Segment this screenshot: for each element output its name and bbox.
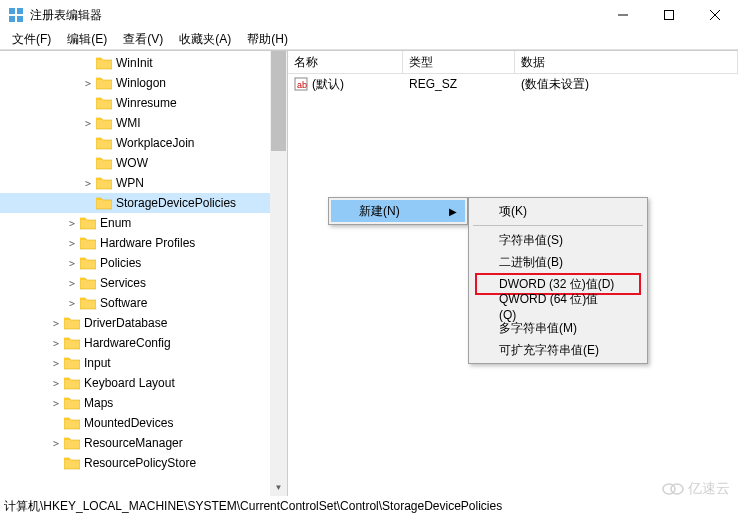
menu-file[interactable]: 文件(F) bbox=[4, 29, 59, 50]
tree-expander-icon[interactable]: > bbox=[48, 398, 64, 409]
tree-item-label: WPN bbox=[116, 176, 144, 190]
folder-icon bbox=[64, 376, 80, 390]
tree-item[interactable]: >Software bbox=[0, 293, 287, 313]
tree-item[interactable]: >Maps bbox=[0, 393, 287, 413]
regedit-app-icon bbox=[8, 7, 24, 23]
tree-expander-icon[interactable]: > bbox=[80, 78, 96, 89]
tree-item[interactable]: >WPN bbox=[0, 173, 287, 193]
tree-item-label: ResourceManager bbox=[84, 436, 183, 450]
string-value-icon: ab bbox=[294, 77, 308, 91]
tree-item[interactable]: WorkplaceJoin bbox=[0, 133, 287, 153]
tree-expander-icon[interactable]: > bbox=[80, 118, 96, 129]
tree-item[interactable]: >Hardware Profiles bbox=[0, 233, 287, 253]
tree-item-label: Policies bbox=[100, 256, 141, 270]
context-item-label: 项(K) bbox=[499, 203, 527, 220]
menu-edit[interactable]: 编辑(E) bbox=[59, 29, 115, 50]
scroll-down-icon[interactable]: ▼ bbox=[270, 479, 287, 496]
svg-rect-3 bbox=[17, 16, 23, 22]
tree-item[interactable]: StorageDevicePolicies bbox=[0, 193, 287, 213]
tree-item-label: Services bbox=[100, 276, 146, 290]
tree-scrollbar[interactable]: ▲ ▼ bbox=[270, 51, 287, 496]
list-body[interactable]: ab(默认)REG_SZ(数值未设置) bbox=[288, 74, 738, 94]
svg-rect-5 bbox=[665, 11, 674, 20]
menu-view[interactable]: 查看(V) bbox=[115, 29, 171, 50]
tree-item[interactable]: >Enum bbox=[0, 213, 287, 233]
tree-item[interactable]: >DriverDatabase bbox=[0, 313, 287, 333]
maximize-button[interactable] bbox=[646, 0, 692, 30]
tree-item[interactable]: >Services bbox=[0, 273, 287, 293]
cell-type: REG_SZ bbox=[403, 77, 515, 91]
submenu-arrow-icon: ▶ bbox=[449, 206, 457, 217]
folder-icon bbox=[64, 396, 80, 410]
tree-expander-icon[interactable]: > bbox=[64, 298, 80, 309]
folder-icon bbox=[96, 156, 112, 170]
menu-help[interactable]: 帮助(H) bbox=[239, 29, 296, 50]
folder-icon bbox=[96, 136, 112, 150]
menubar: 文件(F) 编辑(E) 查看(V) 收藏夹(A) 帮助(H) bbox=[0, 30, 738, 50]
context-item[interactable]: 字符串值(S) bbox=[471, 229, 645, 251]
tree-expander-icon[interactable]: > bbox=[48, 438, 64, 449]
tree-item[interactable]: Winresume bbox=[0, 93, 287, 113]
cell-name: ab(默认) bbox=[288, 76, 403, 93]
tree-item-label: DriverDatabase bbox=[84, 316, 167, 330]
context-item[interactable]: 多字符串值(M) bbox=[471, 317, 645, 339]
tree-item[interactable]: MountedDevices bbox=[0, 413, 287, 433]
tree-item[interactable]: >HardwareConfig bbox=[0, 333, 287, 353]
tree-item[interactable]: ResourcePolicyStore bbox=[0, 453, 287, 473]
registry-tree[interactable]: WinInit>WinlogonWinresume>WMIWorkplaceJo… bbox=[0, 51, 287, 475]
tree-item-label: Winresume bbox=[116, 96, 177, 110]
tree-item[interactable]: WOW bbox=[0, 153, 287, 173]
context-item[interactable]: QWORD (64 位)值(Q) bbox=[471, 295, 645, 317]
tree-expander-icon[interactable]: > bbox=[64, 258, 80, 269]
tree-expander-icon[interactable]: > bbox=[48, 318, 64, 329]
tree-expander-icon[interactable]: > bbox=[64, 238, 80, 249]
list-row[interactable]: ab(默认)REG_SZ(数值未设置) bbox=[288, 74, 738, 94]
tree-item[interactable]: >Input bbox=[0, 353, 287, 373]
folder-icon bbox=[96, 56, 112, 70]
tree-item[interactable]: >ResourceManager bbox=[0, 433, 287, 453]
statusbar: 计算机\HKEY_LOCAL_MACHINE\SYSTEM\CurrentCon… bbox=[0, 496, 738, 516]
minimize-button[interactable] bbox=[600, 0, 646, 30]
tree-item-label: Enum bbox=[100, 216, 131, 230]
tree-expander-icon[interactable]: > bbox=[48, 378, 64, 389]
close-button[interactable] bbox=[692, 0, 738, 30]
value-list-panel: 名称 类型 数据 ab(默认)REG_SZ(数值未设置) 新建(N) ▶ 项(K… bbox=[288, 51, 738, 496]
folder-icon bbox=[64, 336, 80, 350]
context-item[interactable]: 二进制值(B) bbox=[471, 251, 645, 273]
cell-data: (数值未设置) bbox=[515, 76, 738, 93]
context-item[interactable]: 项(K) bbox=[471, 200, 645, 222]
tree-item[interactable]: WinInit bbox=[0, 53, 287, 73]
menu-separator bbox=[473, 225, 643, 226]
tree-item-label: Software bbox=[100, 296, 147, 310]
context-item[interactable]: 可扩充字符串值(E) bbox=[471, 339, 645, 361]
scrollbar-thumb[interactable] bbox=[271, 51, 286, 151]
folder-icon bbox=[64, 436, 80, 450]
tree-item[interactable]: >Keyboard Layout bbox=[0, 373, 287, 393]
tree-item-label: StorageDevicePolicies bbox=[116, 196, 236, 210]
tree-item[interactable]: >WMI bbox=[0, 113, 287, 133]
tree-expander-icon[interactable]: > bbox=[48, 338, 64, 349]
folder-icon bbox=[96, 96, 112, 110]
menu-favorites[interactable]: 收藏夹(A) bbox=[171, 29, 239, 50]
column-name[interactable]: 名称 bbox=[288, 51, 403, 73]
context-menu-new-submenu: 项(K)字符串值(S)二进制值(B)DWORD (32 位)值(D)QWORD … bbox=[468, 197, 648, 364]
tree-item[interactable]: >Winlogon bbox=[0, 73, 287, 93]
column-type[interactable]: 类型 bbox=[403, 51, 515, 73]
context-item-label: 新建(N) bbox=[359, 203, 400, 220]
column-data[interactable]: 数据 bbox=[515, 51, 738, 73]
folder-icon bbox=[96, 116, 112, 130]
tree-item[interactable]: >Policies bbox=[0, 253, 287, 273]
tree-item-label: Maps bbox=[84, 396, 113, 410]
tree-expander-icon[interactable]: > bbox=[48, 358, 64, 369]
tree-item-label: Hardware Profiles bbox=[100, 236, 195, 250]
tree-expander-icon[interactable]: > bbox=[64, 218, 80, 229]
tree-expander-icon[interactable]: > bbox=[64, 278, 80, 289]
context-item-new[interactable]: 新建(N) ▶ bbox=[331, 200, 465, 222]
tree-item-label: Input bbox=[84, 356, 111, 370]
window-title: 注册表编辑器 bbox=[30, 7, 600, 24]
tree-item-label: ResourcePolicyStore bbox=[84, 456, 196, 470]
tree-expander-icon[interactable]: > bbox=[80, 178, 96, 189]
tree-item-label: Keyboard Layout bbox=[84, 376, 175, 390]
svg-rect-1 bbox=[17, 8, 23, 14]
watermark-text: 亿速云 bbox=[688, 480, 730, 498]
